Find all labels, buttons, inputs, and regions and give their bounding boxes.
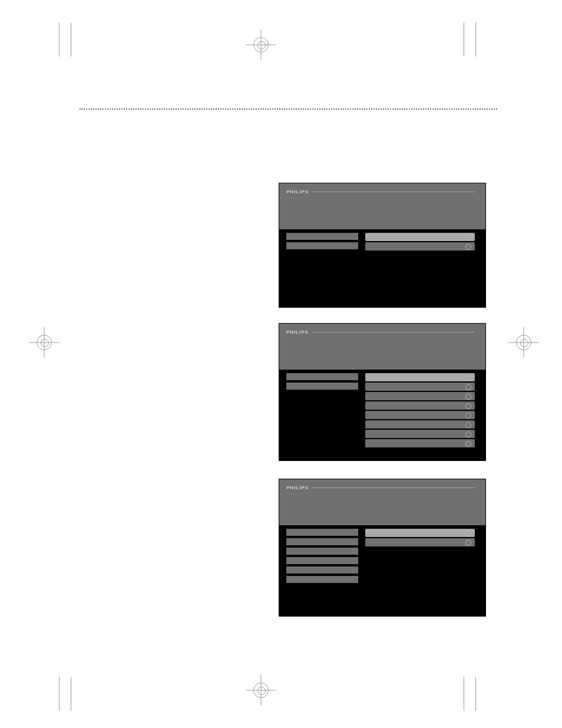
- crop-mark: [59, 677, 59, 711]
- tv-header: PHILIPS: [279, 183, 485, 229]
- menu-right-row: [365, 411, 475, 419]
- menu-right-row: [365, 439, 475, 447]
- header-divider: [80, 108, 497, 110]
- crop-mark: [59, 22, 59, 57]
- tv-screenshot-3: PHILIPS: [279, 479, 486, 617]
- registration-target-icon: [37, 335, 52, 350]
- tv-body: [279, 229, 485, 307]
- menu-left-row: [286, 566, 358, 574]
- tv-right-column: [365, 233, 475, 252]
- menu-right-row: [365, 430, 475, 438]
- tv-right-column: [365, 373, 475, 449]
- brand-label: PHILIPS: [286, 485, 309, 490]
- radio-icon: [465, 540, 471, 546]
- radio-icon: [465, 531, 471, 536]
- crop-mark: [71, 22, 71, 57]
- tv-left-column: [286, 233, 358, 252]
- tv-body: [279, 525, 485, 616]
- crop-mark: [71, 677, 71, 711]
- tv-body: [279, 370, 485, 460]
- brand-rule: [312, 192, 475, 192]
- tv-header: PHILIPS: [279, 479, 485, 525]
- brand-label: PHILIPS: [286, 189, 309, 195]
- menu-left-row: [286, 529, 358, 536]
- menu-left-row: [286, 383, 358, 390]
- crop-mark: [464, 677, 464, 711]
- radio-icon: [465, 422, 471, 428]
- registration-target-icon: [253, 683, 269, 698]
- menu-right-row: [365, 538, 475, 546]
- menu-right-row: [365, 383, 475, 391]
- menu-right-row: [365, 392, 475, 400]
- menu-right-row: [365, 529, 475, 537]
- menu-right-row: [365, 401, 475, 410]
- menu-right-row: [365, 233, 475, 241]
- radio-icon: [465, 441, 471, 447]
- radio-icon: [465, 375, 471, 381]
- brand-label: PHILIPS: [286, 330, 309, 335]
- registration-target-icon: [253, 37, 269, 52]
- crop-mark: [475, 677, 476, 711]
- registration-target-icon: [516, 335, 531, 350]
- radio-icon: [465, 431, 471, 437]
- radio-icon: [465, 413, 471, 419]
- brand-rule: [312, 332, 475, 332]
- radio-icon: [465, 244, 471, 250]
- menu-left-row: [286, 538, 358, 545]
- menu-left-row: [286, 548, 358, 555]
- tv-screenshot-1: PHILIPS: [279, 183, 486, 308]
- tv-left-column: [286, 373, 358, 392]
- crop-mark: [464, 22, 464, 57]
- radio-icon: [465, 394, 471, 400]
- radio-icon: [465, 403, 471, 409]
- menu-left-row: [286, 242, 358, 249]
- menu-left-row: [286, 373, 358, 380]
- radio-icon: [465, 235, 471, 241]
- brand-rule: [312, 487, 475, 488]
- tv-right-column: [365, 529, 475, 548]
- radio-icon: [465, 384, 471, 390]
- crop-mark: [475, 22, 476, 57]
- menu-left-row: [286, 576, 358, 583]
- menu-right-row: [365, 420, 475, 429]
- tv-left-column: [286, 529, 358, 585]
- menu-left-row: [286, 233, 358, 240]
- menu-right-row: [365, 373, 475, 381]
- menu-left-row: [286, 557, 358, 564]
- menu-right-row: [365, 242, 475, 251]
- tv-header: PHILIPS: [279, 324, 485, 370]
- tv-screenshot-2: PHILIPS: [279, 323, 486, 461]
